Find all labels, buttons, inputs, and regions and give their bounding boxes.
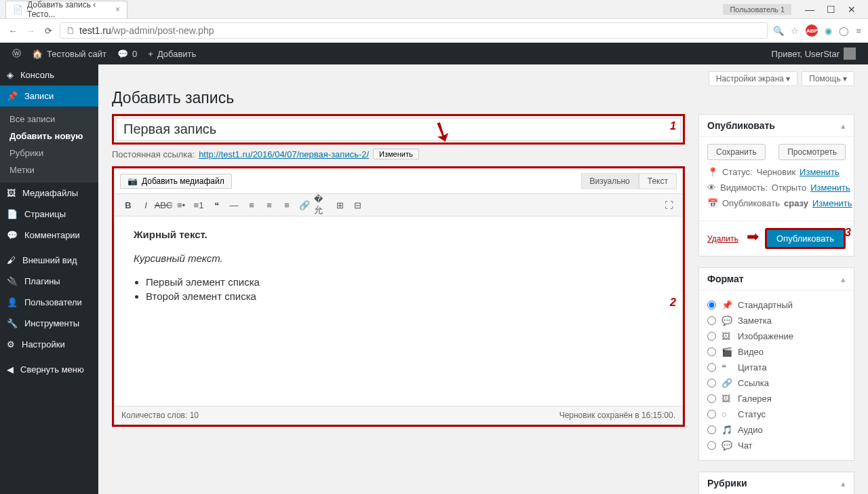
user-badge[interactable]: Пользователь 1 <box>723 4 791 15</box>
submenu-all-posts[interactable]: Все записи <box>0 111 98 128</box>
address-bar: ← → ⟳ 🗋 test1.ru/wp-admin/post-new.php 🔍… <box>0 19 868 42</box>
toggle-icon[interactable]: ▴ <box>841 478 846 489</box>
format-option-0[interactable]: 📌Стандартный <box>707 297 846 313</box>
add-new-link[interactable]: +Добавить <box>142 43 201 64</box>
format-option-9[interactable]: 💬Чат <box>707 438 846 453</box>
annotation-2: 2 <box>670 297 676 309</box>
align-left-button[interactable]: ≡ <box>243 197 260 213</box>
format-option-3[interactable]: 🎬Видео <box>707 344 846 360</box>
tab-visual[interactable]: Визуально <box>581 173 639 189</box>
sidebar-item-posts[interactable]: 📌Записи <box>0 86 98 107</box>
star-icon[interactable]: ☆ <box>791 26 799 36</box>
settings-icon: ⚙ <box>7 339 15 349</box>
italic-button[interactable]: I <box>138 197 154 213</box>
tab-close-icon[interactable]: × <box>115 5 120 14</box>
unlink-button[interactable]: �允 <box>314 197 330 213</box>
format-radio[interactable] <box>707 394 716 403</box>
permalink-url[interactable]: http://test1.ru/2016/04/07/первая-запись… <box>199 149 369 159</box>
categories-box: Рубрики▴ <box>698 472 854 494</box>
format-option-7[interactable]: ○Статус <box>707 406 846 422</box>
sidebar-collapse[interactable]: ◀Свернуть меню <box>0 359 98 380</box>
forward-icon[interactable]: → <box>24 24 37 37</box>
tab-text[interactable]: Текст <box>639 173 677 189</box>
url-input[interactable]: 🗋 test1.ru/wp-admin/post-new.php <box>60 22 768 39</box>
editor-content[interactable]: Жирный текст. Курсивный текст. Первый эл… <box>114 216 683 406</box>
maximize-icon[interactable]: ☐ <box>827 4 835 15</box>
zoom-icon[interactable]: 🔍 <box>773 26 784 36</box>
ul-button[interactable]: ≡• <box>173 197 189 213</box>
avatar <box>844 48 856 60</box>
publish-button[interactable]: Опубликовать <box>765 228 846 249</box>
format-radio[interactable] <box>707 301 716 309</box>
sidebar-item-comments[interactable]: 💬Комментарии <box>0 225 98 246</box>
format-option-4[interactable]: ❝Цитата <box>707 360 846 375</box>
bold-button[interactable]: B <box>120 197 136 213</box>
tab-title: Добавить запись ‹ Тесто... <box>27 0 111 19</box>
format-box: Формат▴ 📌Стандартный💬Заметка🖼Изображение… <box>698 267 854 461</box>
ol-button[interactable]: ≡1 <box>191 197 207 213</box>
strike-button[interactable]: ABC <box>155 197 172 213</box>
format-radio[interactable] <box>707 425 716 434</box>
add-media-button[interactable]: 📷Добавить медиафайл <box>120 174 232 189</box>
sidebar-item-dashboard[interactable]: ◈Консоль <box>0 64 98 86</box>
format-icon: ○ <box>722 409 732 419</box>
preview-button[interactable]: Просмотреть <box>778 144 846 160</box>
delete-link[interactable]: Удалить <box>707 234 738 244</box>
sidebar-item-tools[interactable]: 🔧Инструменты <box>0 313 98 334</box>
format-option-6[interactable]: 🖼Галерея <box>707 391 846 406</box>
browser-tab[interactable]: 📄 Добавить запись ‹ Тесто... × <box>5 1 127 18</box>
back-icon[interactable]: ← <box>7 24 19 37</box>
link-button[interactable]: 🔗 <box>296 197 313 213</box>
sidebar-item-plugins[interactable]: 🔌Плагины <box>0 271 98 292</box>
sync-icon[interactable]: ◉ <box>825 26 832 36</box>
format-radio[interactable] <box>707 363 716 372</box>
wp-logo[interactable]: ⓦ <box>7 43 26 64</box>
submenu-categories[interactable]: Рубрики <box>0 145 98 162</box>
sidebar-item-media[interactable]: 🖼Медиафайлы <box>0 183 98 204</box>
fullscreen-button[interactable]: ⛶ <box>660 197 677 213</box>
minimize-icon[interactable]: — <box>805 4 814 15</box>
eye-icon: 👁 <box>707 183 716 193</box>
format-radio[interactable] <box>707 410 716 419</box>
comments-link[interactable]: 💬0 <box>112 43 142 64</box>
format-radio[interactable] <box>707 379 716 387</box>
toggle-icon[interactable]: ▴ <box>841 274 846 284</box>
align-center-button[interactable]: ≡ <box>261 197 277 213</box>
submenu-add-new[interactable]: Добавить новую <box>0 128 98 145</box>
save-draft-button[interactable]: Сохранить <box>707 144 766 160</box>
post-title-input[interactable] <box>116 118 681 140</box>
format-radio[interactable] <box>707 316 716 325</box>
screen-options-button[interactable]: Настройки экрана ▾ <box>709 71 798 86</box>
align-right-button[interactable]: ≡ <box>279 197 295 213</box>
profile-icon[interactable]: ◯ <box>839 26 849 36</box>
sidebar-item-pages[interactable]: 📄Страницы <box>0 204 98 225</box>
format-option-2[interactable]: 🖼Изображение <box>707 328 846 344</box>
user-greeting[interactable]: Привет, UserStar <box>766 43 861 64</box>
format-radio[interactable] <box>707 347 716 356</box>
toggle-icon[interactable]: ▴ <box>841 121 846 131</box>
menu-icon[interactable]: ≡ <box>856 26 861 36</box>
site-link[interactable]: 🏠Тестовый сайт <box>26 43 112 64</box>
abp-icon[interactable]: ABP <box>806 24 818 37</box>
edit-visibility[interactable]: Изменить <box>810 183 850 193</box>
permalink-edit-button[interactable]: Изменить <box>373 149 419 159</box>
quote-button[interactable]: ❝ <box>208 197 224 213</box>
hr-button[interactable]: — <box>226 197 242 213</box>
brush-icon: 🖌 <box>7 255 16 265</box>
format-radio[interactable] <box>707 332 716 341</box>
format-option-5[interactable]: 🔗Ссылка <box>707 375 846 391</box>
toolbar-toggle-button[interactable]: ⊟ <box>349 197 366 213</box>
format-option-8[interactable]: 🎵Аудио <box>707 422 846 438</box>
sidebar-item-appearance[interactable]: 🖌Внешний вид <box>0 250 98 271</box>
help-button[interactable]: Помощь ▾ <box>802 71 854 86</box>
format-radio[interactable] <box>707 441 716 450</box>
edit-status[interactable]: Изменить <box>800 167 840 177</box>
reload-icon[interactable]: ⟳ <box>42 24 54 37</box>
format-option-1[interactable]: 💬Заметка <box>707 313 846 328</box>
close-icon[interactable]: ✕ <box>848 4 856 15</box>
edit-schedule[interactable]: Изменить <box>812 198 852 208</box>
sidebar-item-settings[interactable]: ⚙Настройки <box>0 334 98 355</box>
submenu-tags[interactable]: Метки <box>0 162 98 178</box>
more-button[interactable]: ⊞ <box>332 197 348 213</box>
sidebar-item-users[interactable]: 👤Пользователи <box>0 292 98 313</box>
